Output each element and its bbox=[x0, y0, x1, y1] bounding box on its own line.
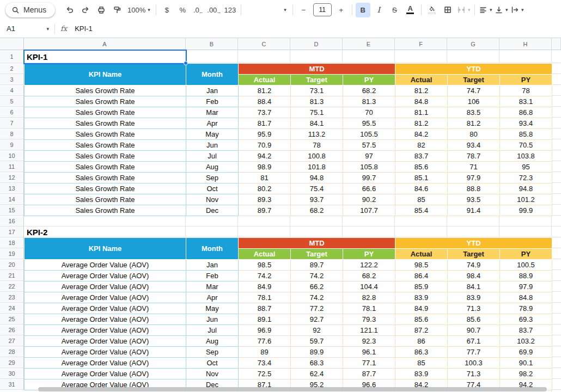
cell-month[interactable]: Apr bbox=[186, 118, 239, 129]
header-mtd-actual[interactable]: Actual bbox=[239, 249, 291, 260]
cell-value[interactable]: 86 bbox=[395, 336, 448, 347]
cell-month[interactable]: Jan bbox=[186, 260, 239, 271]
cell-kpi-name[interactable]: Sales Growth Rate bbox=[25, 107, 186, 118]
formula-input[interactable]: KPI-1 bbox=[75, 24, 93, 33]
row-header-26[interactable]: 26 bbox=[0, 324, 24, 335]
cell-value[interactable]: 83.5 bbox=[448, 107, 500, 118]
cell-value[interactable]: 106 bbox=[448, 96, 500, 107]
cell-month[interactable]: Nov bbox=[186, 369, 239, 379]
cell-value[interactable]: 78.1 bbox=[343, 303, 395, 314]
fill-color-button[interactable] bbox=[425, 3, 440, 17]
font-size-input[interactable]: 11 bbox=[313, 3, 332, 16]
cell-value[interactable]: 82 bbox=[395, 140, 448, 151]
cell-kpi-name[interactable]: Average Order Value (AOV) bbox=[25, 260, 186, 271]
italic-button[interactable]: I bbox=[371, 3, 386, 17]
cell-value[interactable]: 93.4 bbox=[500, 118, 552, 129]
font-family-select[interactable]: ▾ bbox=[244, 3, 290, 17]
cell-value[interactable]: 85 bbox=[395, 358, 448, 369]
cell-value[interactable]: 98.5 bbox=[395, 260, 448, 271]
cell-value[interactable]: 105.5 bbox=[343, 129, 395, 140]
cell-value[interactable]: 74.2 bbox=[291, 271, 343, 281]
row-header-18[interactable]: 18 bbox=[0, 237, 24, 248]
menus-button[interactable]: Menus bbox=[5, 3, 55, 17]
cell-month[interactable]: Jun bbox=[186, 314, 239, 325]
cell-value[interactable]: 101.8 bbox=[291, 162, 343, 173]
cell-value[interactable]: 73.7 bbox=[239, 107, 291, 118]
cell-value[interactable]: 98.2 bbox=[500, 369, 552, 379]
cell-value[interactable]: 84.1 bbox=[448, 281, 500, 292]
row-header-4[interactable]: 4 bbox=[0, 85, 24, 96]
header-mtd[interactable]: MTD bbox=[239, 238, 395, 249]
header-mtd-py[interactable]: PY bbox=[343, 75, 395, 85]
cell-value[interactable]: 81 bbox=[239, 173, 291, 183]
cell-value[interactable]: 89 bbox=[239, 347, 291, 358]
cell-month[interactable]: Jul bbox=[186, 325, 239, 336]
column-header-E[interactable]: E bbox=[343, 38, 395, 50]
cell-kpi-name[interactable]: Sales Growth Rate bbox=[25, 96, 186, 107]
row-header-9[interactable]: 9 bbox=[0, 139, 24, 150]
cell-value[interactable]: 105.8 bbox=[343, 162, 395, 173]
cell-value[interactable]: 68.3 bbox=[291, 358, 343, 369]
cell-value[interactable]: 89.9 bbox=[291, 347, 343, 358]
cell-value[interactable]: 100.8 bbox=[291, 151, 343, 162]
cell-value[interactable]: 86.4 bbox=[395, 271, 448, 281]
row-header-17[interactable]: 17 bbox=[0, 226, 24, 237]
cell-kpi-name[interactable]: Average Order Value (AOV) bbox=[25, 292, 186, 303]
cell-value[interactable]: 98.5 bbox=[239, 260, 291, 271]
row-header-1[interactable]: 1 bbox=[0, 50, 24, 63]
cell-value[interactable]: 66.6 bbox=[343, 183, 395, 194]
percent-format-button[interactable]: % bbox=[175, 3, 190, 17]
cell-value[interactable]: 81.1 bbox=[395, 107, 448, 118]
cell-value[interactable]: 79.3 bbox=[343, 314, 395, 325]
cell-month[interactable]: Dec bbox=[186, 205, 239, 216]
cell-value[interactable]: 75.1 bbox=[291, 107, 343, 118]
row-header-8[interactable]: 8 bbox=[0, 128, 24, 139]
row-header-27[interactable]: 27 bbox=[0, 335, 24, 346]
cell-value[interactable]: 93.7 bbox=[291, 194, 343, 205]
cell-value[interactable]: 85.6 bbox=[448, 314, 500, 325]
paint-format-button[interactable] bbox=[109, 3, 124, 17]
name-box[interactable]: A1 ▾ bbox=[7, 24, 49, 33]
cell-value[interactable]: 95.5 bbox=[343, 118, 395, 129]
cell-value[interactable]: 94.8 bbox=[291, 173, 343, 183]
cell-value[interactable]: 104.4 bbox=[343, 281, 395, 292]
row-header-3[interactable]: 3 bbox=[0, 74, 24, 85]
cell-month[interactable]: Jun bbox=[186, 140, 239, 151]
cell-value[interactable]: 80.2 bbox=[239, 183, 291, 194]
decrease-decimal-button[interactable]: .0← bbox=[191, 3, 206, 17]
increase-font-size-button[interactable]: + bbox=[334, 3, 349, 17]
cell-value[interactable]: 85.6 bbox=[395, 162, 448, 173]
cell-value[interactable]: 70.9 bbox=[239, 140, 291, 151]
cell-month[interactable]: May bbox=[186, 303, 239, 314]
cell-value[interactable]: 82.8 bbox=[343, 292, 395, 303]
row-header-29[interactable]: 29 bbox=[0, 357, 24, 368]
row-header-23[interactable]: 23 bbox=[0, 292, 24, 303]
cell-value[interactable]: 91.4 bbox=[448, 205, 500, 216]
cell-value[interactable]: 97 bbox=[343, 151, 395, 162]
cell-value[interactable]: 73.1 bbox=[291, 85, 343, 96]
cell-value[interactable]: 90.7 bbox=[448, 325, 500, 336]
cell-value[interactable]: 78.9 bbox=[500, 303, 552, 314]
cell-value[interactable]: 74.2 bbox=[239, 271, 291, 281]
row-header-20[interactable]: 20 bbox=[0, 259, 24, 270]
cell-value[interactable]: 88.7 bbox=[239, 303, 291, 314]
cell-value[interactable]: 81.2 bbox=[395, 85, 448, 96]
row-header-31[interactable]: 31 bbox=[0, 379, 24, 390]
cell-value[interactable]: 81.2 bbox=[448, 118, 500, 129]
horizontal-scrollbar[interactable] bbox=[38, 387, 547, 391]
cell-value[interactable]: 88.8 bbox=[448, 183, 500, 194]
header-mtd-target[interactable]: Target bbox=[291, 75, 343, 85]
cell-value[interactable]: 99.7 bbox=[343, 173, 395, 183]
cell-kpi-name[interactable]: Average Order Value (AOV) bbox=[25, 369, 186, 379]
cell-value[interactable]: 87.7 bbox=[343, 369, 395, 379]
cell-value[interactable]: 78.1 bbox=[239, 292, 291, 303]
cell-kpi-name[interactable]: Average Order Value (AOV) bbox=[25, 336, 186, 347]
header-mtd-actual[interactable]: Actual bbox=[239, 75, 291, 85]
cell-value[interactable]: 84.1 bbox=[291, 118, 343, 129]
row-header-28[interactable]: 28 bbox=[0, 346, 24, 357]
row-header-25[interactable]: 25 bbox=[0, 314, 24, 324]
row-header-10[interactable]: 10 bbox=[0, 150, 24, 161]
header-month[interactable]: Month bbox=[186, 64, 239, 85]
cell-value[interactable]: 77.2 bbox=[291, 303, 343, 314]
undo-button[interactable] bbox=[62, 3, 77, 17]
